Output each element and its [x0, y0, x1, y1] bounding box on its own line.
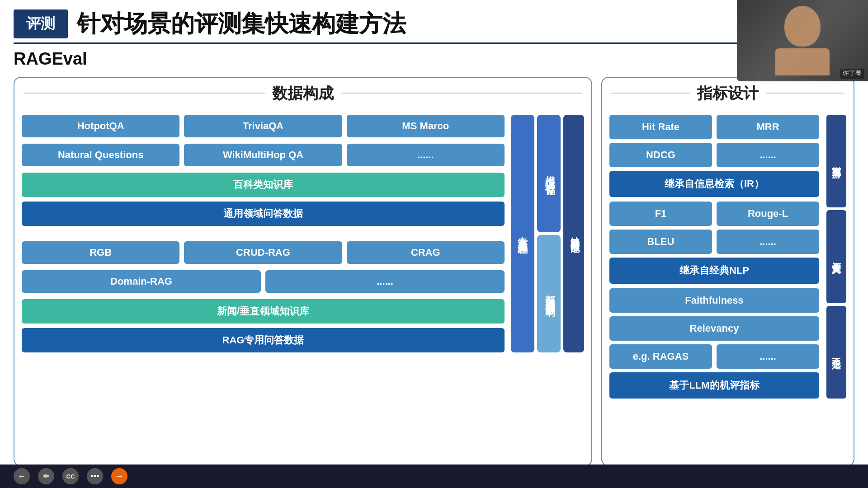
crag-btn[interactable]: CRAG — [347, 241, 505, 264]
ndcg-btn[interactable]: NDCG — [609, 143, 712, 167]
ir-bar[interactable]: 继承自信息检索（IR） — [609, 171, 819, 197]
badge: 评测 — [14, 9, 68, 38]
top-more-btn[interactable]: ...... — [347, 144, 505, 166]
webcam: 许丁菁 — [737, 0, 868, 81]
ir-row-1: Hit Rate MRR — [609, 115, 819, 139]
llm-row-1: Faithfulness — [609, 288, 819, 313]
nlp-bar[interactable]: 继承自经典NLP — [609, 258, 819, 284]
crudrag-btn[interactable]: CRUD-RAG — [184, 241, 342, 264]
vertical-cols: 专注生成过程 模型估计有偏 部分考虑检索影响 缺乏场景灵活性适配 — [511, 115, 584, 352]
pencil-button[interactable]: ✏ — [38, 468, 54, 484]
toolbar: ← ✏ CC ••• → — [0, 465, 868, 488]
group-sep — [22, 230, 505, 237]
data-section: HotpotQA TriviaQA MS Marco Natural Quest… — [22, 115, 505, 352]
rgb-btn[interactable]: RGB — [22, 241, 179, 264]
right-panel-title: 指标设计 — [697, 78, 759, 108]
right-title-line-right — [766, 93, 844, 94]
nlp-row-1: F1 Rouge-L — [609, 202, 819, 226]
domainrag-btn[interactable]: Domain-RAG — [22, 270, 261, 293]
ir-row-2: NDCG ...... — [609, 143, 819, 167]
triviaqa-btn[interactable]: TriviaQA — [184, 115, 342, 137]
more-button[interactable]: ••• — [87, 468, 103, 484]
relevancy-btn[interactable]: Relevancy — [609, 316, 819, 341]
xinwen-bar[interactable]: 新闻/垂直领域知识库 — [22, 299, 505, 324]
vcol-zhuanzhu: 专注生成过程 — [511, 115, 534, 352]
tongyong-bar[interactable]: 通用领域问答数据 — [22, 202, 505, 226]
nlp-more-btn[interactable]: ...... — [717, 230, 819, 254]
left-panel: 数据构成 HotpotQA TriviaQA MS Marco Natural … — [14, 77, 592, 466]
mrr-btn[interactable]: MRR — [717, 115, 819, 139]
llm-row-2: Relevancy — [609, 316, 819, 341]
baike-bar[interactable]: 百科类知识库 — [22, 173, 505, 197]
webcam-name: 许丁菁 — [840, 69, 864, 79]
side-label-buwen: 不稳定 — [826, 306, 846, 399]
llm-more-btn[interactable]: ...... — [717, 344, 819, 369]
ragdata-bar[interactable]: RAG专用问答数据 — [22, 328, 505, 352]
right-title-line-left — [611, 93, 690, 94]
bottom-more-btn[interactable]: ...... — [265, 270, 505, 293]
faithfulness-btn[interactable]: Faithfulness — [609, 288, 819, 313]
bleu-btn[interactable]: BLEU — [609, 230, 712, 254]
left-title-line-left — [24, 93, 265, 94]
rougel-btn[interactable]: Rouge-L — [717, 202, 819, 226]
bottom-row-1: RGB CRUD-RAG CRAG — [22, 241, 505, 264]
left-inner: HotpotQA TriviaQA MS Marco Natural Quest… — [14, 108, 591, 352]
vcol-moxing: 模型估计有偏 — [537, 115, 561, 232]
back-button[interactable]: ← — [14, 468, 30, 484]
main-content: 数据构成 HotpotQA TriviaQA MS Marco Natural … — [0, 69, 868, 466]
next-button[interactable]: → — [111, 468, 127, 484]
vcol-bufensikao: 部分考虑检索影响 — [537, 235, 561, 352]
f1-btn[interactable]: F1 — [609, 202, 712, 226]
hotpotqa-btn[interactable]: HotpotQA — [22, 115, 179, 137]
ir-more-btn[interactable]: ...... — [717, 143, 819, 167]
right-main: Hit Rate MRR NDCG ...... 继承自信息检索（IR） F1 … — [609, 115, 819, 399]
wikimultihop-btn[interactable]: WikiMultiHop QA — [184, 144, 342, 166]
person-head — [784, 6, 821, 47]
side-label-tuoli: 脱离下游 — [826, 115, 846, 207]
naturalq-btn[interactable]: Natural Questions — [22, 144, 179, 166]
top-row-2: Natural Questions WikiMultiHop QA ...... — [22, 144, 505, 166]
cc-button[interactable]: CC — [62, 468, 79, 484]
left-title-line-right — [341, 93, 582, 94]
top-row-1: HotpotQA TriviaQA MS Marco — [22, 115, 505, 137]
msmarco-btn[interactable]: MS Marco — [347, 115, 505, 137]
nlp-row-2: BLEU ...... — [609, 230, 819, 254]
page-title: 针对场景的评测集快速构建方法 — [77, 8, 406, 40]
person-body — [775, 48, 830, 75]
right-panel: 指标设计 Hit Rate MRR NDCG ...... 继承自信息检索（IR… — [601, 77, 854, 466]
llm-bar[interactable]: 基于LLM的机评指标 — [609, 372, 819, 399]
ragas-btn[interactable]: e.g. RAGAS — [609, 344, 712, 369]
left-panel-title: 数据构成 — [272, 78, 334, 108]
person-silhouette — [775, 6, 830, 75]
bottom-row-2: Domain-RAG ...... — [22, 270, 505, 293]
side-label-pinggu: 评估失真 — [826, 210, 846, 303]
llm-row-3: e.g. RAGAS ...... — [609, 344, 819, 369]
vcol-quefa: 缺乏场景灵活性适配 — [563, 115, 584, 352]
side-labels: 脱离下游 评估失真 不稳定 — [826, 115, 846, 399]
hitrate-btn[interactable]: Hit Rate — [609, 115, 712, 139]
